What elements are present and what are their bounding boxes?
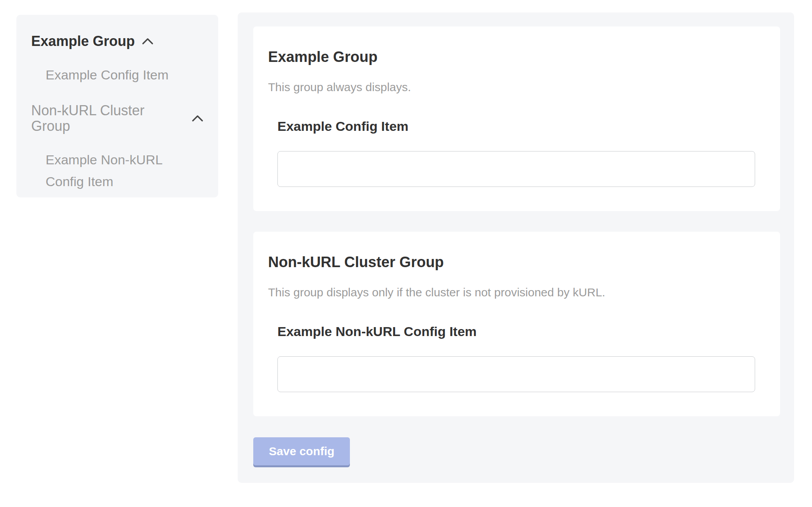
sidebar-group-example-group[interactable]: Example Group <box>31 33 203 49</box>
chevron-up-icon <box>142 38 154 45</box>
sidebar-group-label: Non-kURL Cluster Group <box>31 103 185 134</box>
sidebar-group-label: Example Group <box>31 33 135 49</box>
group-title: Example Group <box>268 48 765 65</box>
config-group-card-non-kurl-cluster-group: Non-kURL Cluster Group This group displa… <box>253 232 780 416</box>
sidebar-group-non-kurl-cluster-group[interactable]: Non-kURL Cluster Group <box>31 103 203 134</box>
group-title: Non-kURL Cluster Group <box>268 254 765 271</box>
sidebar-item-example-non-kurl-config-item[interactable]: Example Non-kURL Config Item <box>46 149 178 192</box>
config-item-input[interactable] <box>277 356 755 392</box>
sidebar-item-example-config-item[interactable]: Example Config Item <box>46 64 178 86</box>
group-description: This group displays only if the cluster … <box>268 285 765 299</box>
config-sidebar: Example Group Example Config Item Non-kU… <box>16 15 218 197</box>
config-main-panel: Example Group This group always displays… <box>238 12 794 483</box>
config-item: Example Non-kURL Config Item <box>277 324 755 392</box>
config-item: Example Config Item <box>277 118 755 187</box>
config-group-card-example-group: Example Group This group always displays… <box>253 26 780 211</box>
save-config-button[interactable]: Save config <box>253 437 350 465</box>
chevron-up-icon <box>192 115 203 122</box>
config-item-input[interactable] <box>277 151 755 187</box>
group-description: This group always displays. <box>268 80 765 94</box>
config-item-label: Example Config Item <box>277 118 755 134</box>
config-item-label: Example Non-kURL Config Item <box>277 324 755 339</box>
